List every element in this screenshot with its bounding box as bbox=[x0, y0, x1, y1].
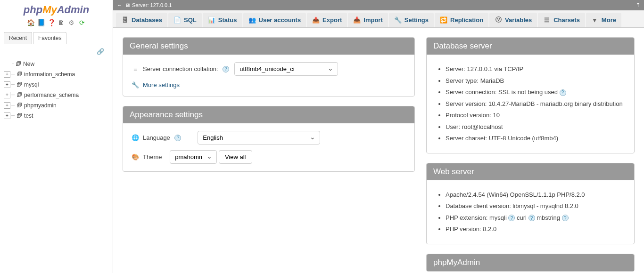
variables-icon: ⓥ bbox=[495, 16, 502, 24]
breadcrumb: ← 🖥 Server: 127.0.0.1 ⤒ bbox=[113, 0, 644, 10]
db-icon: 🗊 bbox=[17, 69, 22, 80]
logout-icon[interactable]: 📘 bbox=[37, 19, 45, 26]
tree-db-item[interactable]: +─ 🗊 performance_schema bbox=[4, 90, 109, 100]
help-icon[interactable]: ? bbox=[223, 66, 229, 72]
reload-icon[interactable]: ⟳ bbox=[78, 19, 86, 26]
tree-new-label: New bbox=[23, 59, 34, 69]
tree-db-item[interactable]: +─ 🗊 mysql bbox=[4, 80, 109, 90]
wrench-icon: 🔧 bbox=[132, 81, 139, 88]
language-icon: 🌐 bbox=[132, 134, 139, 141]
language-select[interactable]: English bbox=[198, 131, 320, 145]
home-icon[interactable]: 🏠 bbox=[27, 19, 34, 26]
sidebar: phpMyAdmin 🏠 📘 ❓ 🗎 ⚙ ⟳ Recent Favorites … bbox=[0, 0, 113, 273]
nav-settings[interactable]: 🔧Settings bbox=[389, 13, 434, 27]
db-icon: 🗊 bbox=[17, 90, 22, 100]
collation-icon: ≡ bbox=[132, 65, 139, 72]
docs-icon[interactable]: ❓ bbox=[48, 19, 55, 26]
tree-new[interactable]: ┌🗊 New bbox=[10, 59, 109, 69]
more-settings-link[interactable]: More settings bbox=[143, 81, 180, 88]
users-icon: 👥 bbox=[248, 16, 256, 24]
status-icon: 📊 bbox=[208, 16, 215, 24]
db-server-info: Server: 127.0.0.1 via TCP/IP Server type… bbox=[435, 64, 626, 143]
help-icon[interactable]: ? bbox=[528, 215, 535, 221]
gear-icon: 🔧 bbox=[394, 16, 402, 24]
panel-database-server: Database server Server: 127.0.0.1 via TC… bbox=[426, 37, 635, 153]
theme-select[interactable]: pmahomme bbox=[170, 150, 217, 164]
help-icon[interactable]: ? bbox=[508, 215, 515, 221]
collapse-icon[interactable]: ⤒ bbox=[636, 2, 640, 8]
nav-import[interactable]: 📥Import bbox=[348, 13, 388, 27]
info-item: Database client version: libmysql - mysq… bbox=[446, 201, 626, 211]
info-item: User: root@localhost bbox=[446, 122, 626, 132]
expand-icon[interactable]: + bbox=[4, 81, 10, 88]
panel-title: phpMyAdmin bbox=[427, 254, 634, 271]
top-nav: 🗄Databases 📄SQL 📊Status 👥User accounts 📤… bbox=[113, 10, 644, 28]
expand-icon[interactable]: + bbox=[4, 92, 10, 98]
nav-sql[interactable]: 📄SQL bbox=[168, 13, 202, 27]
nav-export[interactable]: 📤Export bbox=[307, 13, 347, 27]
charsets-icon: ☰ bbox=[543, 16, 551, 24]
info-item: Server type: MariaDB bbox=[446, 76, 626, 86]
expand-icon[interactable]: + bbox=[4, 102, 10, 109]
panel-appearance-settings: Appearance settings 🌐 Language ? English… bbox=[123, 106, 415, 172]
expand-icon[interactable]: + bbox=[4, 71, 10, 78]
info-item: PHP version: 8.2.0 bbox=[446, 225, 626, 234]
nav-databases[interactable]: 🗄Databases bbox=[116, 13, 167, 27]
panel-phpmyadmin: phpMyAdmin bbox=[426, 254, 635, 272]
theme-icon: 🎨 bbox=[132, 153, 139, 161]
expand-icon[interactable]: + bbox=[4, 112, 10, 119]
nav-status[interactable]: 📊Status bbox=[203, 13, 242, 27]
info-item: Apache/2.4.54 (Win64) OpenSSL/1.1.1p PHP… bbox=[446, 190, 626, 200]
databases-icon: 🗄 bbox=[121, 16, 129, 24]
tab-recent[interactable]: Recent bbox=[4, 32, 32, 44]
info-item: Protocol version: 10 bbox=[446, 111, 626, 120]
info-item: Server charset: UTF-8 Unicode (utf8mb4) bbox=[446, 134, 626, 143]
db-tree: ┌🗊 New +─ 🗊 information_schema +─ 🗊 mysq… bbox=[0, 57, 113, 123]
collation-select[interactable]: utf8mb4_unicode_ci bbox=[234, 62, 338, 76]
info-item: Server: 127.0.0.1 via TCP/IP bbox=[446, 64, 626, 74]
language-label: Language bbox=[143, 134, 170, 141]
import-icon: 📥 bbox=[353, 16, 361, 24]
tab-favorites[interactable]: Favorites bbox=[33, 32, 66, 44]
nav-replication[interactable]: 🔁Replication bbox=[435, 13, 488, 27]
server-icon: 🖥 bbox=[125, 2, 130, 8]
content: General settings ≡ Server connection col… bbox=[113, 28, 644, 273]
sql-icon: 📄 bbox=[173, 16, 181, 24]
nav-more[interactable]: ▾More bbox=[586, 13, 621, 27]
more-icon: ▾ bbox=[591, 16, 599, 24]
panel-web-server: Web server Apache/2.4.54 (Win64) OpenSSL… bbox=[426, 163, 635, 244]
panel-title: General settings bbox=[123, 38, 414, 55]
collation-label: Server connection collation: bbox=[143, 65, 218, 72]
nav-charsets[interactable]: ☰Charsets bbox=[538, 13, 585, 27]
breadcrumb-server-label: Server: bbox=[132, 2, 149, 8]
nav-variables[interactable]: ⓥVariables bbox=[489, 13, 537, 27]
db-icon: 🗊 bbox=[17, 111, 22, 121]
view-all-button[interactable]: View all bbox=[219, 150, 252, 164]
link-icon[interactable]: 🔗 bbox=[97, 48, 104, 55]
tree-db-item[interactable]: +─ 🗊 information_schema bbox=[4, 69, 109, 80]
mini-toolbar: 🏠 📘 ❓ 🗎 ⚙ ⟳ bbox=[0, 17, 113, 30]
db-icon: 🗊 bbox=[17, 100, 22, 111]
help-icon[interactable]: ? bbox=[562, 215, 569, 221]
new-db-icon: 🗊 bbox=[16, 59, 21, 69]
panel-title: Appearance settings bbox=[123, 106, 414, 123]
nav-back-icon[interactable]: ← bbox=[117, 2, 122, 8]
db-icon: 🗊 bbox=[17, 80, 22, 90]
sidebar-tabs: Recent Favorites bbox=[4, 32, 109, 44]
panel-general-settings: General settings ≡ Server connection col… bbox=[123, 37, 415, 96]
web-server-info: Apache/2.4.54 (Win64) OpenSSL/1.1.1p PHP… bbox=[435, 190, 626, 234]
logo[interactable]: phpMyAdmin bbox=[0, 0, 113, 17]
panel-title: Web server bbox=[427, 163, 634, 180]
help-icon[interactable]: ? bbox=[560, 89, 566, 96]
sql-icon[interactable]: 🗎 bbox=[58, 19, 65, 26]
theme-label: Theme bbox=[143, 153, 162, 161]
nav-users[interactable]: 👥User accounts bbox=[243, 13, 306, 27]
settings-icon[interactable]: ⚙ bbox=[68, 19, 75, 26]
info-item: Server version: 10.4.27-MariaDB - mariad… bbox=[446, 99, 626, 109]
tree-db-item[interactable]: +─ 🗊 phpmyadmin bbox=[4, 100, 109, 111]
help-icon[interactable]: ? bbox=[174, 135, 181, 141]
main: ← 🖥 Server: 127.0.0.1 ⤒ 🗄Databases 📄SQL … bbox=[113, 0, 644, 273]
tree-db-item[interactable]: +─ 🗊 test bbox=[4, 111, 109, 121]
info-item: PHP extension: mysqli ? curl ? mbstring … bbox=[446, 213, 626, 223]
breadcrumb-server-value[interactable]: 127.0.0.1 bbox=[150, 2, 172, 8]
